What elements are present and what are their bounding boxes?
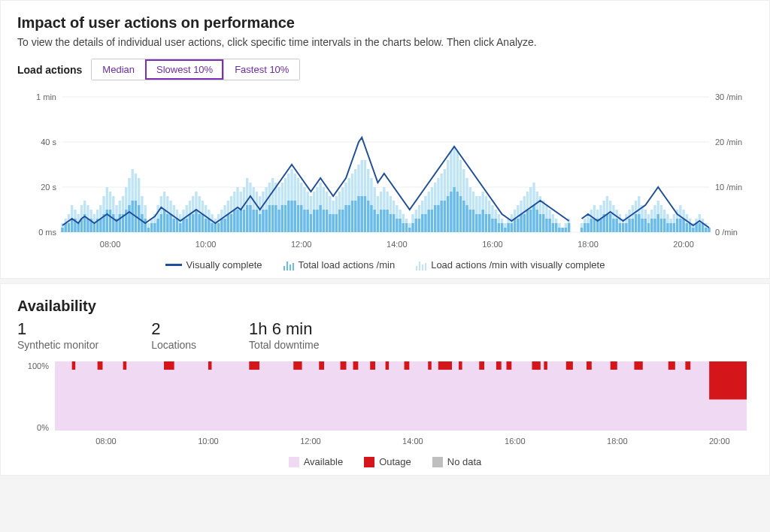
svg-rect-182 <box>319 205 321 232</box>
svg-rect-188 <box>329 214 331 232</box>
svg-text:16:00: 16:00 <box>482 240 503 249</box>
svg-rect-398 <box>673 223 675 232</box>
svg-text:20 /min: 20 /min <box>715 138 742 147</box>
svg-rect-274 <box>465 205 468 232</box>
svg-rect-318 <box>536 210 538 232</box>
svg-rect-40 <box>93 223 95 232</box>
svg-rect-298 <box>504 228 506 232</box>
svg-rect-204 <box>354 201 356 232</box>
impact-title: Impact of user actions on performance <box>17 14 753 32</box>
svg-rect-312 <box>526 210 529 232</box>
svg-rect-36 <box>86 219 89 232</box>
filter-median-button[interactable]: Median <box>92 59 145 80</box>
svg-rect-451 <box>709 361 747 400</box>
legend-total-load: Total load actions /min <box>283 259 396 271</box>
svg-text:1 min: 1 min <box>36 92 56 101</box>
svg-rect-434 <box>370 361 375 370</box>
svg-rect-244 <box>418 219 420 232</box>
svg-rect-326 <box>548 219 550 232</box>
svg-text:18:00: 18:00 <box>578 240 599 249</box>
svg-rect-346 <box>590 219 593 232</box>
svg-rect-340 <box>581 228 583 232</box>
svg-rect-450 <box>685 361 690 370</box>
svg-rect-431 <box>319 361 324 370</box>
availability-chart[interactable]: 100%0%08:0010:0012:0014:0016:0018:0020:0… <box>17 361 753 452</box>
svg-rect-284 <box>482 210 484 232</box>
svg-rect-108 <box>202 214 204 232</box>
svg-rect-126 <box>230 214 232 232</box>
svg-rect-208 <box>361 196 363 232</box>
svg-rect-82 <box>160 214 162 232</box>
svg-rect-216 <box>373 210 375 232</box>
svg-rect-443 <box>532 361 540 370</box>
svg-rect-174 <box>307 210 309 232</box>
svg-rect-128 <box>233 210 235 232</box>
nodata-swatch-icon <box>432 457 443 467</box>
svg-text:14:00: 14:00 <box>402 437 423 446</box>
svg-rect-138 <box>249 205 251 232</box>
filter-fastest-button[interactable]: Fastest 10% <box>223 59 299 80</box>
impact-subtitle: To view the details of individual user a… <box>17 36 753 48</box>
svg-text:100%: 100% <box>28 361 49 370</box>
svg-text:16:00: 16:00 <box>505 437 526 446</box>
svg-rect-445 <box>566 361 573 370</box>
svg-rect-414 <box>699 223 701 232</box>
svg-rect-433 <box>353 361 359 370</box>
svg-rect-390 <box>660 219 662 232</box>
svg-rect-190 <box>332 214 334 232</box>
svg-rect-222 <box>383 210 385 232</box>
svg-rect-140 <box>253 210 255 232</box>
svg-text:08:00: 08:00 <box>100 240 121 249</box>
svg-rect-304 <box>514 219 516 232</box>
svg-rect-172 <box>303 210 305 232</box>
svg-rect-439 <box>459 361 462 370</box>
svg-rect-262 <box>447 196 449 232</box>
svg-rect-144 <box>259 214 261 232</box>
svg-rect-430 <box>293 361 302 370</box>
svg-rect-158 <box>281 205 283 232</box>
svg-rect-432 <box>341 361 347 370</box>
svg-text:40 s: 40 s <box>41 138 56 147</box>
svg-rect-114 <box>211 223 213 232</box>
svg-rect-264 <box>450 192 452 232</box>
svg-rect-314 <box>529 210 532 232</box>
svg-rect-134 <box>243 210 245 232</box>
svg-rect-224 <box>386 210 388 232</box>
svg-rect-360 <box>612 219 614 232</box>
svg-text:20 s: 20 s <box>41 183 56 192</box>
svg-rect-242 <box>415 219 417 232</box>
impact-chart[interactable]: 0 ms20 s40 s1 min0 /min10 /min20 /min30 … <box>17 89 753 255</box>
svg-rect-446 <box>587 361 592 370</box>
availability-panel: Availability 1 Synthetic monitor 2 Locat… <box>0 283 770 476</box>
svg-rect-441 <box>496 361 502 370</box>
svg-rect-348 <box>593 219 596 232</box>
svg-rect-426 <box>123 361 127 370</box>
svg-rect-394 <box>666 223 668 232</box>
svg-rect-142 <box>256 210 258 232</box>
svg-rect-220 <box>380 210 382 232</box>
svg-rect-328 <box>552 223 554 232</box>
svg-rect-288 <box>488 214 490 232</box>
svg-rect-258 <box>440 201 442 232</box>
svg-rect-252 <box>431 210 433 232</box>
svg-rect-198 <box>344 205 347 232</box>
svg-rect-428 <box>208 361 212 370</box>
svg-text:12:00: 12:00 <box>300 437 321 446</box>
svg-rect-282 <box>478 214 480 232</box>
svg-rect-366 <box>622 223 624 232</box>
svg-rect-270 <box>459 196 462 232</box>
legend-vc-load: Load actions /min with visually complete <box>416 259 605 271</box>
svg-rect-246 <box>421 214 423 232</box>
svg-rect-100 <box>189 214 191 232</box>
impact-legend: Visually complete Total load actions /mi… <box>17 259 753 271</box>
svg-rect-56 <box>119 214 121 232</box>
legend-nodata: No data <box>432 456 482 467</box>
filter-slowest-button[interactable]: Slowest 10% <box>145 59 223 80</box>
svg-rect-226 <box>390 214 392 232</box>
svg-text:12:00: 12:00 <box>291 240 312 249</box>
svg-rect-330 <box>555 223 557 232</box>
svg-rect-316 <box>532 205 535 232</box>
svg-rect-276 <box>469 210 471 232</box>
svg-rect-192 <box>335 214 338 232</box>
svg-rect-278 <box>472 210 474 232</box>
